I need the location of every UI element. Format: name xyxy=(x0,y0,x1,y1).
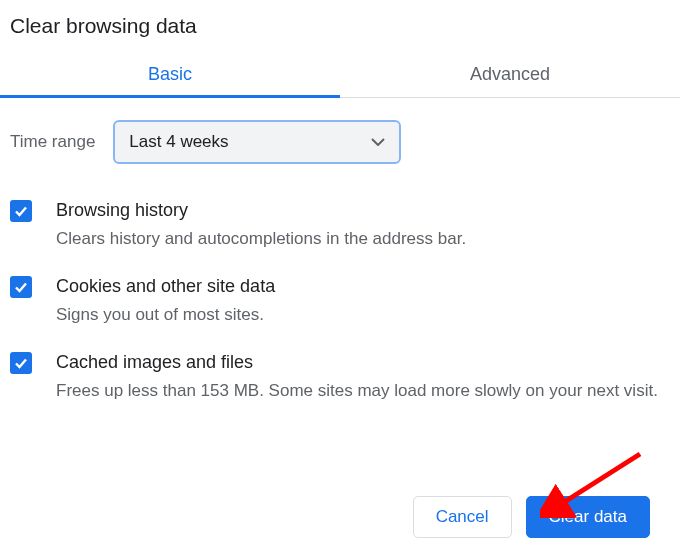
option-title: Cookies and other site data xyxy=(56,274,670,298)
tab-basic-label: Basic xyxy=(148,64,192,84)
checkbox-browsing-history[interactable] xyxy=(10,200,32,222)
option-title: Cached images and files xyxy=(56,350,670,374)
option-text: Browsing history Clears history and auto… xyxy=(56,198,670,252)
checkmark-icon xyxy=(13,355,29,371)
time-range-value: Last 4 weeks xyxy=(129,132,228,152)
options-list: Browsing history Clears history and auto… xyxy=(0,174,680,407)
option-browsing-history: Browsing history Clears history and auto… xyxy=(10,180,670,256)
tab-bar: Basic Advanced xyxy=(0,52,680,98)
option-title: Browsing history xyxy=(56,198,670,222)
dialog-title: Clear browsing data xyxy=(0,0,680,46)
tab-advanced-label: Advanced xyxy=(470,64,550,84)
option-desc: Clears history and autocompletions in th… xyxy=(56,226,670,252)
cancel-button-label: Cancel xyxy=(436,507,489,527)
chevron-down-icon xyxy=(371,138,385,146)
cancel-button[interactable]: Cancel xyxy=(413,496,512,538)
tab-advanced[interactable]: Advanced xyxy=(340,52,680,97)
time-range-row: Time range Last 4 weeks xyxy=(0,98,680,174)
option-text: Cached images and files Frees up less th… xyxy=(56,350,670,404)
time-range-select[interactable]: Last 4 weeks xyxy=(113,120,401,164)
option-desc: Signs you out of most sites. xyxy=(56,302,670,328)
clear-data-button[interactable]: Clear data xyxy=(526,496,650,538)
dialog-footer: Cancel Clear data xyxy=(413,496,650,538)
option-cache: Cached images and files Frees up less th… xyxy=(10,332,670,408)
clear-data-button-label: Clear data xyxy=(549,507,627,527)
clear-browsing-data-dialog: Clear browsing data Basic Advanced Time … xyxy=(0,0,680,554)
checkmark-icon xyxy=(13,203,29,219)
option-cookies: Cookies and other site data Signs you ou… xyxy=(10,256,670,332)
option-text: Cookies and other site data Signs you ou… xyxy=(56,274,670,328)
checkbox-cookies[interactable] xyxy=(10,276,32,298)
tab-basic[interactable]: Basic xyxy=(0,52,340,97)
option-desc: Frees up less than 153 MB. Some sites ma… xyxy=(56,378,670,404)
checkbox-cache[interactable] xyxy=(10,352,32,374)
checkmark-icon xyxy=(13,279,29,295)
time-range-label: Time range xyxy=(10,132,95,152)
